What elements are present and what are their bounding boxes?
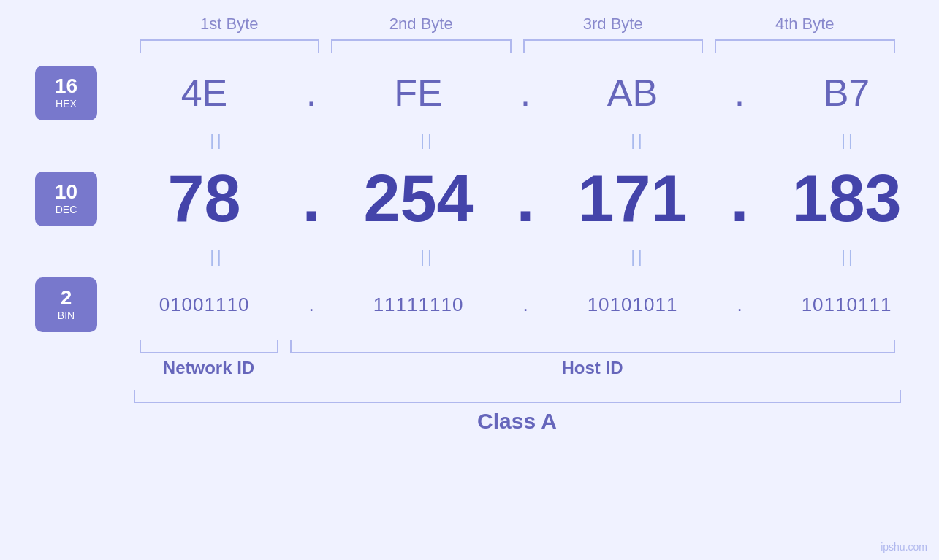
dec-row: 10 DEC 78 . 254 . 171 . 183	[0, 155, 939, 242]
byte-header-4: 4th Byte	[709, 15, 901, 39]
watermark: ipshu.com	[881, 541, 927, 553]
bin-badge-number: 2	[61, 288, 72, 308]
bin-val-1: 01001110	[112, 294, 297, 316]
dec-badge: 10 DEC	[35, 172, 97, 226]
bracket-1	[140, 39, 320, 53]
eq-5: ||	[126, 248, 308, 266]
byte-header-1: 1st Byte	[134, 15, 326, 39]
equals-row-2: || || || ||	[0, 242, 939, 272]
bin-val-3: 10101011	[540, 294, 725, 316]
eq-7: ||	[547, 248, 729, 266]
dot-hex-1: .	[297, 71, 326, 115]
host-bracket	[290, 340, 895, 353]
eq-2: ||	[337, 131, 518, 150]
host-id-label: Host ID	[284, 358, 901, 378]
dot-bin-2: .	[511, 294, 540, 316]
hex-val-4: B7	[754, 71, 939, 115]
id-label-row: Network ID Host ID	[134, 358, 901, 378]
hex-badge-label: HEX	[56, 98, 77, 110]
bin-row: 2 BIN 01001110 . 11111110 . 10101011 . 1…	[0, 272, 939, 337]
eq-1: ||	[126, 131, 308, 150]
class-label: Class A	[134, 409, 901, 434]
bin-val-4: 10110111	[754, 294, 939, 316]
hex-badge: 16 HEX	[35, 66, 97, 120]
main-container: 1st Byte 2nd Byte 3rd Byte 4th Byte 16 H…	[0, 0, 939, 560]
bottom-bracket-row	[134, 340, 901, 353]
net-bracket	[140, 340, 278, 353]
overall-bracket	[134, 390, 901, 403]
byte-header-2: 2nd Byte	[325, 15, 517, 39]
eq-8: ||	[758, 248, 939, 266]
eq-area-1: || || || ||	[126, 131, 939, 150]
dec-val-2: 254	[326, 161, 511, 237]
hex-row: 16 HEX 4E . FE . AB . B7	[0, 60, 939, 126]
dec-badge-label: DEC	[56, 204, 77, 215]
dot-dec-2: .	[511, 161, 540, 237]
bin-values-area: 01001110 . 11111110 . 10101011 . 1011011…	[112, 294, 939, 316]
dot-bin-3: .	[725, 294, 754, 316]
hex-val-2: FE	[326, 71, 511, 115]
dec-val-3: 171	[540, 161, 725, 237]
eq-4: ||	[758, 131, 939, 150]
bin-badge: 2 BIN	[35, 277, 97, 332]
dot-hex-3: .	[725, 71, 754, 115]
bracket-4	[715, 39, 895, 53]
byte-headers-row: 1st Byte 2nd Byte 3rd Byte 4th Byte	[134, 15, 901, 39]
dec-val-4: 183	[754, 161, 939, 237]
eq-6: ||	[337, 248, 518, 266]
eq-area-2: || || || ||	[126, 248, 939, 266]
equals-row-1: || || || ||	[0, 126, 939, 155]
bin-badge-label: BIN	[58, 310, 75, 321]
bin-val-2: 11111110	[326, 294, 511, 316]
bracket-2	[331, 39, 512, 53]
dec-values-area: 78 . 254 . 171 . 183	[112, 161, 939, 237]
dot-hex-2: .	[511, 71, 540, 115]
eq-3: ||	[547, 131, 729, 150]
hex-val-3: AB	[540, 71, 725, 115]
overall-bracket-row	[134, 390, 901, 403]
top-bracket-row	[134, 39, 901, 53]
byte-header-3: 3rd Byte	[517, 15, 710, 39]
dot-bin-1: .	[297, 294, 326, 316]
network-id-label: Network ID	[134, 358, 284, 378]
dec-val-1: 78	[112, 161, 297, 237]
dot-dec-3: .	[725, 161, 754, 237]
dot-dec-1: .	[297, 161, 326, 237]
dec-badge-number: 10	[55, 182, 77, 202]
hex-val-1: 4E	[112, 71, 297, 115]
hex-badge-number: 16	[55, 76, 77, 96]
bracket-3	[523, 39, 704, 53]
hex-values-area: 4E . FE . AB . B7	[112, 71, 939, 115]
